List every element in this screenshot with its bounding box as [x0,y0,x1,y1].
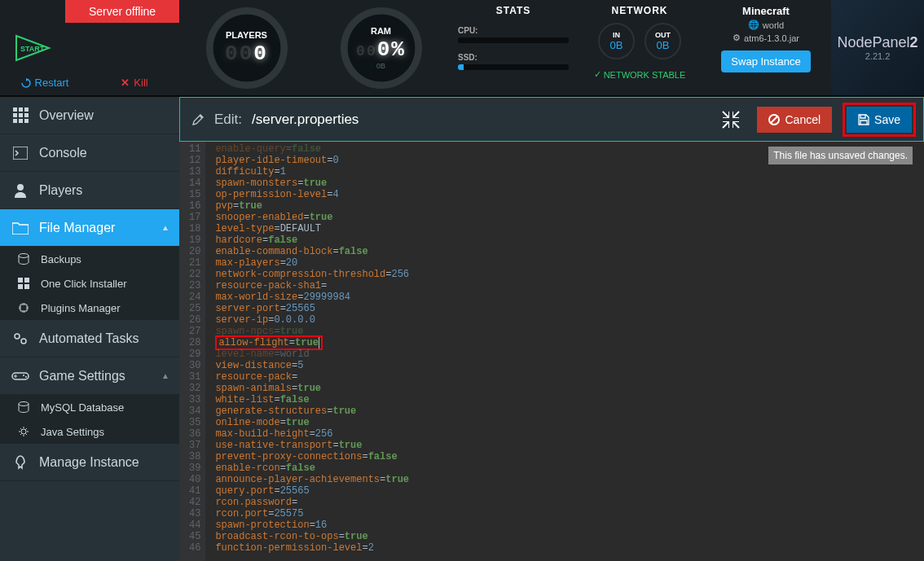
fullscreen-button[interactable] [719,108,742,131]
svg-point-10 [25,376,27,378]
nav-label: MySQL Database [41,401,124,414]
nav-label: Plugins Manager [41,302,121,314]
check-icon: ✓ [594,69,601,80]
nav-label: One Click Installer [41,278,126,290]
grid-icon [11,107,29,123]
svg-point-12 [21,429,26,434]
players-value: 0 [253,42,268,66]
sidebar: Overview Console Players File Manager ▲ … [0,97,179,561]
restart-label: Restart [35,77,69,89]
plugin-icon [15,302,33,313]
ram-sub: 0B [376,62,385,70]
branding: NodePanel2 2.21.2 [831,0,924,95]
database-icon [15,253,33,265]
code-editor[interactable]: 11 12 13 14 15 16 17 18 19 20 21 22 23 2… [179,142,924,561]
nav-one-click-installer[interactable]: One Click Installer [0,271,179,296]
swap-instance-button[interactable]: Swap Instance [721,50,810,72]
nav-overview[interactable]: Overview [0,97,179,134]
svg-point-5 [19,254,29,258]
folder-icon [11,221,29,234]
save-label: Save [874,113,900,126]
nav-java[interactable]: Java Settings [0,419,179,444]
nav-players[interactable]: Players [0,172,179,209]
person-icon [11,183,29,198]
nav-file-manager[interactable]: File Manager ▲ [0,209,179,247]
start-button[interactable]: START [12,32,53,64]
ram-value: 0% [377,37,406,62]
rocket-icon [11,454,29,471]
restart-icon [21,78,31,88]
edit-label: Edit: [214,112,242,128]
gears-icon [11,331,29,346]
cancel-icon [768,114,780,125]
nav-label: Players [39,183,82,198]
svg-point-11 [19,402,29,406]
svg-point-6 [15,334,20,339]
players-label: PLAYERS [226,30,267,40]
svg-line-14 [771,116,777,123]
chevron-up-icon: ▲ [161,223,169,232]
svg-rect-3 [13,147,28,160]
gamepad-icon [11,370,29,382]
stats-panel: STATS CPU: 0% SSD: 4.85% [448,0,579,95]
kill-icon: ✕ [121,77,130,89]
svg-point-4 [17,184,24,191]
server-status: Server offline [65,0,179,23]
file-path: /server.properties [252,112,359,128]
nav-label: Manage Instance [39,455,139,470]
nav-plugins-manager[interactable]: Plugins Manager [0,296,179,320]
network-panel: NETWORK IN0B OUT0B ✓NETWORK STABLE [579,0,701,95]
save-icon [858,114,869,125]
chevron-up-icon: ▲ [161,371,169,380]
gear-icon [15,426,33,437]
nav-label: Backups [41,253,81,265]
cancel-button[interactable]: Cancel [757,107,832,133]
cancel-label: Cancel [785,113,821,126]
ram-label: RAM [371,26,391,36]
nav-label: Java Settings [41,426,104,438]
nav-game-settings[interactable]: Game Settings ▲ [0,357,179,395]
nav-label: Console [39,146,87,160]
instance-panel: Minecraft 🌐world ⚙atm6-1.3.0.jar Swap In… [701,0,831,95]
svg-point-7 [21,339,26,344]
svg-point-9 [23,375,24,376]
editor-toolbar: Edit: /server.properties Cancel Save [179,97,924,142]
nav-label: File Manager [39,221,115,235]
unsaved-notice: This file has unsaved changes. [768,147,913,164]
nav-automated-tasks[interactable]: Automated Tasks [0,320,179,357]
kill-label: Kill [134,77,147,89]
nav-backups[interactable]: Backups [0,247,179,271]
database-icon [15,401,33,413]
ram-gauge: RAM 000% 0B [314,0,448,95]
edit-icon [191,113,205,126]
nav-label: Game Settings [39,369,125,383]
nav-console[interactable]: Console [0,134,179,172]
apps-icon [15,278,33,289]
nav-label: Automated Tasks [39,331,139,346]
gear-icon: ⚙ [733,33,741,43]
globe-icon: 🌐 [748,20,759,30]
save-button[interactable]: Save [847,107,912,133]
nav-mysql[interactable]: MySQL Database [0,395,179,419]
svg-text:START: START [20,45,45,53]
kill-button[interactable]: ✕ Kill [90,77,179,89]
console-icon [11,147,29,160]
players-gauge: PLAYERS 000 [179,0,314,95]
nav-label: Overview [39,108,94,123]
nav-manage-instance[interactable]: Manage Instance [0,444,179,481]
restart-button[interactable]: Restart [0,77,90,89]
